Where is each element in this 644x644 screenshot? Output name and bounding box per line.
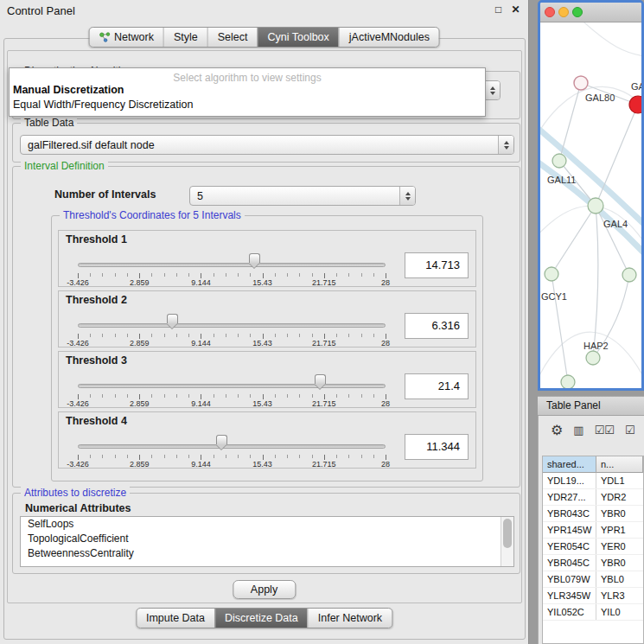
scrollbar-thumb[interactable]: [503, 519, 512, 548]
threshold-1-slider-thumb[interactable]: [249, 253, 260, 263]
table-browser-toolbar: ⚙ ▥ ☑☑ ☑: [539, 423, 644, 438]
node-gcy1[interactable]: [545, 267, 558, 281]
threshold-2-slider-thumb[interactable]: [167, 314, 178, 323]
node-right[interactable]: [622, 268, 636, 282]
table-panel-titlebar[interactable]: Table Panel: [538, 396, 644, 416]
threshold-1-value-field[interactable]: 14.713: [405, 252, 469, 278]
slider-tick-label: 2.859: [130, 460, 150, 469]
threshold-2-label: Threshold 2: [66, 294, 127, 306]
threshold-3-panel: Threshold 3 -3.4262.8599.14415.4321.7152…: [58, 351, 476, 408]
threshold-1-slider-track[interactable]: [78, 263, 386, 267]
select-row-icon[interactable]: ☑: [625, 423, 635, 438]
table-row[interactable]: YIL052CYIL0: [543, 604, 643, 621]
table-data-combobox[interactable]: galFiltered.sif default node: [20, 135, 514, 155]
column-header-name[interactable]: n...: [596, 456, 643, 473]
float-window-button[interactable]: □: [493, 3, 504, 16]
tab-label: Discretize Data: [225, 612, 298, 624]
table-row[interactable]: YDL19...YDL1: [543, 473, 643, 489]
column-header-shared-name[interactable]: shared...: [543, 456, 596, 473]
select-all-rows-icon[interactable]: ☑☑: [595, 423, 615, 438]
threshold-4-value-field[interactable]: 11.344: [405, 434, 469, 460]
table-cell: YIL0: [596, 604, 643, 620]
control-panel-titlebar[interactable]: Control Panel □ ✕: [0, 0, 528, 21]
slider-tick-label: 2.859: [130, 339, 150, 348]
tab-label: Style: [174, 31, 198, 43]
node-label-gal80: GAL80: [585, 92, 615, 103]
network-window-titlebar[interactable]: [540, 3, 641, 22]
threshold-2-value-field[interactable]: 6.316: [405, 313, 469, 339]
tab-cyni-toolbox[interactable]: Cyni Toolbox: [257, 28, 338, 47]
table-panel-title: Table Panel: [546, 399, 601, 411]
slider-minor-ticks: [78, 334, 386, 337]
table-row[interactable]: YDR27...YDR2: [543, 489, 643, 506]
node-label-hap2: HAP2: [583, 341, 609, 351]
threshold-3-slider-track[interactable]: [78, 384, 386, 388]
window-buttons: □ ✕: [493, 3, 521, 16]
numerical-attribute-item[interactable]: BetweennessCentrality: [21, 546, 513, 561]
threshold-1-panel: Threshold 1 -3.4262.8599.14415.4321.7152…: [58, 230, 476, 287]
tab-style[interactable]: Style: [163, 28, 207, 47]
control-panel-window: Control Panel □ ✕ Network Style Select C…: [0, 0, 529, 644]
slider-tick-label: 9.144: [191, 278, 211, 287]
dropdown-option-equal-width-frequency[interactable]: Equal Width/Frequency Discretization: [10, 98, 485, 112]
list-scrollbar[interactable]: [501, 517, 513, 566]
slider-tick-label: 15.43: [252, 339, 272, 348]
dropdown-option-manual-discretization[interactable]: Manual Discretization: [10, 83, 485, 98]
algorithm-dropdown-popup: Select algorithm to view settings Manual…: [9, 67, 486, 117]
tab-impute-data[interactable]: Impute Data: [137, 609, 214, 628]
node-gal80[interactable]: [574, 76, 588, 90]
threshold-2-slider-track[interactable]: [78, 323, 386, 328]
control-panel-tab-bar: Network Style Select Cyni Toolbox jActiv…: [88, 27, 440, 48]
table-data-group-title: Table Data: [21, 117, 77, 129]
slider-tick-label: 28: [381, 339, 390, 348]
number-of-intervals-combobox[interactable]: 5: [189, 186, 416, 206]
table-cell: YDL1: [596, 473, 643, 488]
threshold-4-slider-thumb[interactable]: [216, 435, 227, 444]
tab-infer-network[interactable]: Infer Network: [308, 609, 392, 628]
threshold-3-slider-thumb[interactable]: [315, 374, 326, 384]
numerical-attribute-item[interactable]: TopologicalCoefficient: [21, 532, 513, 546]
node-selected-red[interactable]: [629, 96, 641, 113]
zoom-traffic-light[interactable]: [572, 7, 583, 17]
node-gal4[interactable]: [588, 198, 603, 214]
table-row[interactable]: YLR345WYLR3: [543, 588, 643, 604]
node-label-gcy1: GCY1: [541, 291, 567, 302]
numerical-attribute-item[interactable]: SelfLoops: [21, 517, 513, 532]
tab-jactivemodules[interactable]: jActiveMNodules: [339, 28, 439, 47]
table-row[interactable]: YBR045CYBR0: [543, 555, 643, 571]
node-bottom[interactable]: [561, 375, 575, 388]
node-hap2[interactable]: [586, 351, 600, 365]
minimize-traffic-light[interactable]: [558, 7, 569, 17]
threshold-3-value-field[interactable]: 21.4: [405, 373, 469, 399]
table-row[interactable]: YPR145WYPR1: [543, 522, 643, 539]
column-visibility-icon[interactable]: ▥: [573, 423, 583, 438]
slider-tick-label: 28: [381, 399, 390, 408]
slider-tick-label: 21.715: [312, 278, 336, 287]
network-canvas[interactable]: GAL80 GAL11 GAL4 GCY1 HAP2 GA: [540, 22, 641, 388]
numerical-attributes-label: Numerical Attributes: [25, 502, 131, 514]
table-row[interactable]: YER054CYER0: [543, 539, 643, 555]
threshold-4-slider-track[interactable]: [78, 444, 386, 449]
close-traffic-light[interactable]: [545, 7, 555, 17]
threshold-1-label: Threshold 1: [66, 233, 127, 245]
attributes-group-title: Attributes to discretize: [21, 487, 130, 499]
numerical-attributes-list[interactable]: SelfLoopsTopologicalCoefficientBetweenne…: [20, 516, 514, 567]
table-settings-gear-icon[interactable]: ⚙: [551, 423, 563, 438]
tab-select[interactable]: Select: [207, 28, 258, 47]
apply-button[interactable]: Apply: [233, 580, 296, 599]
table-cell: YPR1: [596, 522, 643, 538]
tab-discretize-data[interactable]: Discretize Data: [214, 609, 308, 628]
node-label-gal11: GAL11: [547, 175, 576, 185]
thresholds-group-title: Threshold's Coordinates for 5 Intervals: [60, 209, 245, 221]
tab-network[interactable]: Network: [89, 28, 163, 47]
tab-label: Infer Network: [318, 612, 382, 624]
close-window-button[interactable]: ✕: [510, 3, 521, 16]
cyni-mode-tab-bar: Impute Data Discretize Data Infer Networ…: [136, 608, 392, 628]
table-cell: YLR3: [596, 588, 643, 603]
table-row[interactable]: YBR043CYBR0: [543, 506, 643, 522]
slider-tick-label: 21.715: [312, 460, 336, 469]
node-gal11[interactable]: [552, 154, 566, 168]
threshold-4-label: Threshold 4: [66, 415, 127, 427]
combo-stepper-icon: [399, 187, 415, 205]
table-row[interactable]: YBL079WYBL0: [543, 571, 643, 588]
